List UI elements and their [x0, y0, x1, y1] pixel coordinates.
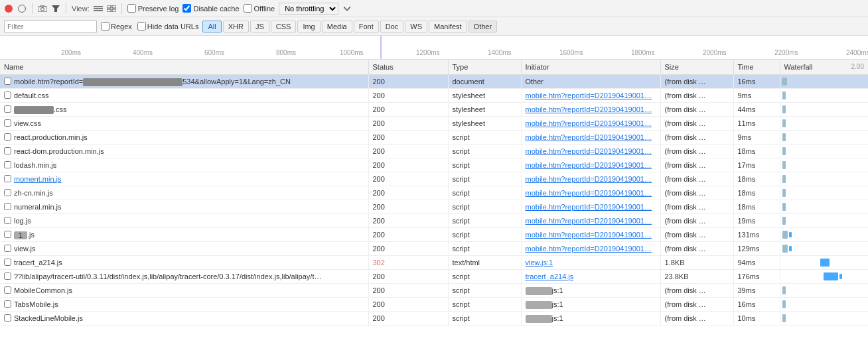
filter-input[interactable]: [4, 20, 97, 33]
row-checkbox[interactable]: [4, 161, 11, 168]
name-cell[interactable]: log.js: [0, 213, 368, 227]
col-type-header[interactable]: Type: [448, 60, 521, 74]
throttle-chevron-icon[interactable]: [342, 4, 352, 13]
row-checkbox[interactable]: [4, 286, 11, 294]
filter-btn-css[interactable]: CSS: [271, 21, 297, 32]
table-row[interactable]: default.css200stylesheetmobile.htm?repor…: [0, 88, 868, 102]
table-row[interactable]: ??lib/alipay/tracert-util/0.3.11/dist/in…: [0, 269, 868, 283]
name-cell[interactable]: .css: [0, 102, 368, 116]
name-cell[interactable]: react-dom.production.min.js: [0, 144, 368, 158]
row-checkbox[interactable]: [4, 133, 11, 141]
grid-view-icon[interactable]: [107, 4, 116, 13]
filter-btn-ws[interactable]: WS: [405, 21, 427, 32]
initiator-link[interactable]: mobile.htm?reportId=D20190419001…: [526, 231, 652, 239]
initiator-link[interactable]: mobile.htm?reportId=D20190419001…: [526, 175, 652, 183]
initiator-cell[interactable]: mobile.htm?reportId=D20190419001…: [521, 144, 660, 158]
initiator-link[interactable]: mobile.htm?reportId=D20190419001…: [526, 245, 652, 253]
filter-icon[interactable]: [51, 4, 60, 13]
initiator-link[interactable]: mobile.htm?reportId=D20190419001…: [526, 91, 652, 99]
name-cell[interactable]: moment.min.js: [0, 172, 368, 186]
initiator-link[interactable]: mobile.htm?reportId=D20190419001…: [526, 105, 652, 113]
name-cell[interactable]: tracert_a214.js: [0, 255, 368, 269]
filter-btn-manifest[interactable]: Manifest: [429, 21, 467, 32]
row-checkbox[interactable]: [4, 147, 11, 154]
row-checkbox[interactable]: [4, 105, 11, 113]
row-checkbox[interactable]: [4, 217, 11, 224]
filter-btn-media[interactable]: Media: [322, 21, 352, 32]
filter-btn-other[interactable]: Other: [469, 21, 498, 32]
initiator-cell[interactable]: mobile.htm?reportId=D20190419001…: [521, 102, 660, 116]
col-size-header[interactable]: Size: [660, 60, 733, 74]
table-row[interactable]: TabsMobile.js200scriptjs:1(from disk …16…: [0, 297, 868, 311]
col-status-header[interactable]: Status: [368, 60, 448, 74]
initiator-link[interactable]: mobile.htm?reportId=D20190419001…: [526, 203, 652, 211]
initiator-cell[interactable]: mobile.htm?reportId=D20190419001…: [521, 116, 660, 130]
row-checkbox[interactable]: [4, 78, 11, 85]
initiator-cell[interactable]: mobile.htm?reportId=D20190419001…: [521, 130, 660, 144]
initiator-cell[interactable]: Other: [521, 74, 660, 88]
initiator-cell[interactable]: mobile.htm?reportId=D20190419001…: [521, 186, 660, 200]
name-cell[interactable]: MobileCommon.js: [0, 283, 368, 297]
initiator-link[interactable]: mobile.htm?reportId=D20190419001…: [526, 147, 652, 155]
offline-checkbox[interactable]: Offline: [244, 4, 275, 13]
table-row[interactable]: log.js200scriptmobile.htm?reportId=D2019…: [0, 213, 868, 227]
name-cell[interactable]: default.css: [0, 88, 368, 102]
initiator-cell[interactable]: js:1: [521, 283, 660, 297]
filter-btn-xhr[interactable]: XHR: [223, 21, 249, 32]
list-view-icon[interactable]: [94, 4, 103, 13]
name-cell[interactable]: view.js: [0, 241, 368, 255]
initiator-cell[interactable]: tracert_a214.js: [521, 269, 660, 283]
preserve-log-input[interactable]: [127, 4, 136, 13]
initiator-cell[interactable]: mobile.htm?reportId=D20190419001…: [521, 227, 660, 241]
table-row[interactable]: view.js200scriptmobile.htm?reportId=D201…: [0, 241, 868, 255]
row-checkbox[interactable]: [4, 119, 11, 127]
initiator-link[interactable]: mobile.htm?reportId=D20190419001…: [526, 161, 652, 169]
filter-btn-font[interactable]: Font: [354, 21, 379, 32]
filter-btn-js[interactable]: JS: [250, 21, 269, 32]
row-checkbox[interactable]: [4, 91, 11, 99]
name-cell[interactable]: 1.js: [0, 227, 368, 241]
table-row[interactable]: lodash.min.js200scriptmobile.htm?reportI…: [0, 158, 868, 172]
row-checkbox[interactable]: [4, 300, 11, 308]
initiator-link[interactable]: tracert_a214.js: [526, 272, 574, 280]
table-row[interactable]: 1.js200scriptmobile.htm?reportId=D201904…: [0, 227, 868, 241]
name-cell[interactable]: mobile.htm?reportId=534&allowApply=1&Lan…: [0, 74, 368, 88]
initiator-cell[interactable]: mobile.htm?reportId=D20190419001…: [521, 213, 660, 227]
filter-btn-doc[interactable]: Doc: [380, 21, 404, 32]
offline-input[interactable]: [244, 4, 252, 13]
table-row[interactable]: MobileCommon.js200scriptjs:1(from disk ……: [0, 283, 868, 297]
name-cell[interactable]: react.production.min.js: [0, 130, 368, 144]
initiator-cell[interactable]: js:1: [521, 297, 660, 311]
table-row[interactable]: mobile.htm?reportId=534&allowApply=1&Lan…: [0, 74, 868, 88]
initiator-cell[interactable]: js:1: [521, 311, 660, 325]
row-checkbox[interactable]: [4, 259, 11, 266]
initiator-cell[interactable]: mobile.htm?reportId=D20190419001…: [521, 172, 660, 186]
camera-icon[interactable]: [38, 4, 47, 13]
preserve-log-checkbox[interactable]: Preserve log: [127, 4, 179, 13]
table-row[interactable]: react.production.min.js200scriptmobile.h…: [0, 130, 868, 144]
initiator-cell[interactable]: mobile.htm?reportId=D20190419001…: [521, 158, 660, 172]
name-cell[interactable]: lodash.min.js: [0, 158, 368, 172]
network-table[interactable]: Name Status Type Initiator Size Time Wat…: [0, 60, 868, 345]
record-button[interactable]: [4, 4, 13, 13]
table-row[interactable]: moment.min.js200scriptmobile.htm?reportI…: [0, 172, 868, 186]
name-cell[interactable]: numeral.min.js: [0, 200, 368, 213]
table-row[interactable]: StackedLineMobile.js200scriptjs:1(from d…: [0, 311, 868, 325]
row-checkbox[interactable]: [4, 175, 11, 182]
col-name-header[interactable]: Name: [0, 60, 368, 74]
throttle-select[interactable]: No throttling: [279, 3, 338, 15]
initiator-cell[interactable]: view.js:1: [521, 255, 660, 269]
regex-checkbox[interactable]: Regex: [101, 22, 132, 30]
initiator-link[interactable]: mobile.htm?reportId=D20190419001…: [526, 217, 652, 225]
initiator-link[interactable]: view.js:1: [526, 259, 553, 267]
name-cell[interactable]: view.css: [0, 116, 368, 130]
initiator-cell[interactable]: mobile.htm?reportId=D20190419001…: [521, 200, 660, 213]
initiator-cell[interactable]: mobile.htm?reportId=D20190419001…: [521, 241, 660, 255]
name-cell[interactable]: TabsMobile.js: [0, 297, 368, 311]
table-row[interactable]: tracert_a214.js302text/htmlview.js:11.8K…: [0, 255, 868, 269]
row-checkbox[interactable]: [4, 189, 11, 196]
name-cell[interactable]: StackedLineMobile.js: [0, 311, 368, 325]
row-checkbox[interactable]: [4, 203, 11, 210]
col-waterfall-header[interactable]: Waterfall 2.00: [780, 60, 868, 74]
hide-data-urls-checkbox[interactable]: Hide data URLs: [137, 22, 199, 30]
